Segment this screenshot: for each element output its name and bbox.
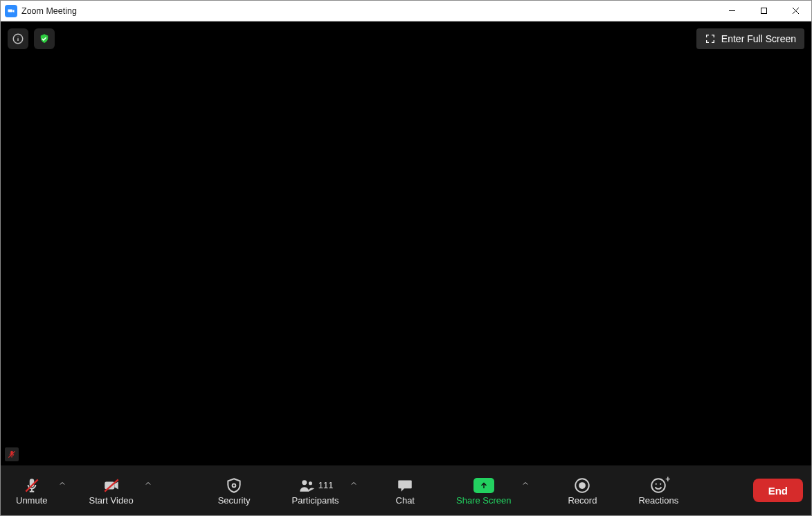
- zoom-app-icon: [5, 5, 17, 17]
- chat-label: Chat: [396, 495, 415, 506]
- camera-off-icon: [102, 476, 120, 495]
- record-icon: [573, 476, 591, 495]
- svg-point-6: [17, 36, 18, 37]
- top-left-badges: [8, 28, 55, 49]
- svg-point-21: [660, 483, 661, 484]
- titlebar-left: Zoom Meeting: [1, 5, 77, 17]
- enter-fullscreen-button[interactable]: Enter Full Screen: [696, 28, 804, 49]
- audio-group: Unmute: [9, 470, 70, 511]
- record-button[interactable]: Record: [561, 470, 604, 511]
- security-button[interactable]: Security: [211, 470, 258, 511]
- chevron-up-icon: [350, 479, 358, 488]
- self-muted-indicator: [5, 447, 19, 461]
- chat-button[interactable]: Chat: [389, 470, 422, 511]
- svg-point-19: [652, 479, 666, 492]
- share-screen-button[interactable]: Share Screen: [449, 470, 518, 511]
- security-label: Security: [218, 495, 251, 506]
- video-group: Start Video: [82, 470, 156, 511]
- share-options-caret[interactable]: [518, 470, 533, 511]
- shield-icon: [225, 476, 243, 495]
- maximize-button[interactable]: [748, 1, 779, 21]
- participants-options-caret[interactable]: [346, 470, 361, 511]
- app-window: Zoom Meeting: [0, 0, 812, 516]
- encryption-shield-icon[interactable]: [34, 28, 55, 49]
- video-options-caret[interactable]: [141, 470, 156, 511]
- share-screen-icon: [473, 478, 494, 493]
- start-video-label: Start Video: [89, 495, 134, 506]
- audio-options-caret[interactable]: [55, 470, 70, 511]
- svg-rect-1: [761, 8, 766, 14]
- participants-group: 111 Participants: [285, 470, 361, 511]
- enter-fullscreen-label: Enter Full Screen: [721, 33, 796, 44]
- participants-button[interactable]: 111 Participants: [285, 470, 346, 511]
- participants-icon: 111: [298, 476, 334, 495]
- window-controls: [716, 1, 811, 21]
- reactions-icon: +: [649, 476, 667, 495]
- unmute-button[interactable]: Unmute: [9, 470, 55, 511]
- meeting-info-button[interactable]: [8, 28, 28, 49]
- reactions-button[interactable]: + Reactions: [631, 470, 685, 511]
- close-button[interactable]: [779, 1, 811, 21]
- end-meeting-button[interactable]: End: [753, 479, 803, 502]
- start-video-button[interactable]: Start Video: [82, 470, 141, 511]
- chat-icon: [396, 476, 414, 495]
- share-screen-label: Share Screen: [456, 495, 512, 506]
- chevron-up-icon: [144, 479, 152, 488]
- plus-icon: +: [665, 474, 670, 484]
- svg-point-14: [233, 483, 236, 487]
- svg-point-20: [656, 483, 657, 484]
- microphone-muted-icon: [23, 476, 41, 495]
- reactions-label: Reactions: [638, 495, 678, 506]
- svg-point-15: [302, 480, 307, 485]
- record-label: Record: [568, 495, 597, 506]
- fullscreen-icon: [705, 33, 716, 44]
- meeting-toolbar: Unmute Start Video: [1, 465, 811, 515]
- video-area: Enter Full Screen: [1, 21, 811, 465]
- chevron-up-icon: [521, 479, 530, 488]
- svg-point-16: [309, 481, 312, 485]
- titlebar: Zoom Meeting: [1, 1, 811, 21]
- share-group: Share Screen: [449, 470, 534, 511]
- participants-label: Participants: [292, 495, 339, 506]
- svg-point-18: [579, 482, 586, 489]
- participants-count: 111: [318, 480, 334, 490]
- chevron-up-icon: [58, 479, 66, 488]
- unmute-label: Unmute: [16, 495, 48, 506]
- minimize-button[interactable]: [716, 1, 748, 21]
- end-label: End: [768, 485, 788, 497]
- window-title: Zoom Meeting: [21, 6, 77, 16]
